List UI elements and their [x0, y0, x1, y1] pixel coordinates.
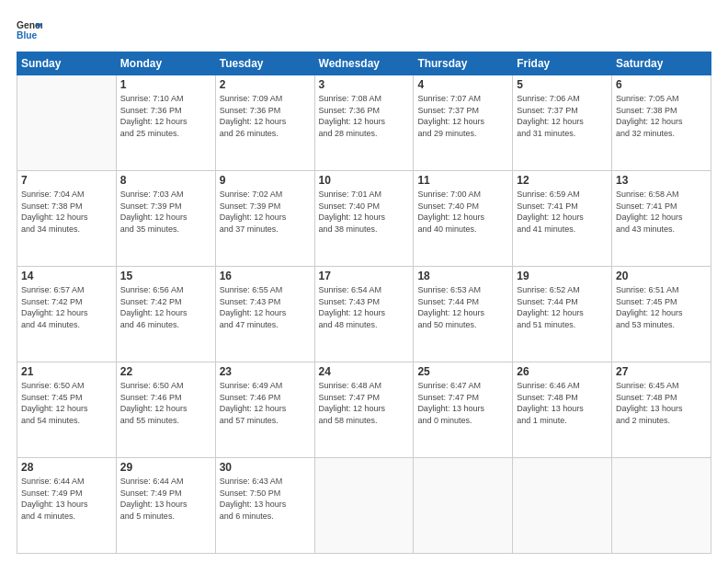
day-cell: 16Sunrise: 6:55 AM Sunset: 7:43 PM Dayli… [215, 267, 314, 362]
day-number: 30 [220, 461, 311, 474]
weekday-cell: Tuesday [215, 52, 314, 75]
day-info: Sunrise: 6:43 AM Sunset: 7:50 PM Dayligh… [220, 476, 311, 522]
day-number: 28 [21, 461, 112, 474]
weekday-cell: Saturday [612, 52, 711, 75]
day-number: 22 [120, 365, 211, 378]
day-cell: 28Sunrise: 6:44 AM Sunset: 7:49 PM Dayli… [17, 458, 117, 554]
day-number: 14 [21, 270, 112, 282]
weekday-cell: Monday [116, 52, 215, 75]
day-cell: 21Sunrise: 6:50 AM Sunset: 7:45 PM Dayli… [17, 362, 117, 458]
day-cell: 9Sunrise: 7:02 AM Sunset: 7:39 PM Daylig… [215, 171, 314, 267]
day-cell [17, 75, 117, 171]
day-info: Sunrise: 6:58 AM Sunset: 7:41 PM Dayligh… [616, 189, 707, 235]
day-info: Sunrise: 7:08 AM Sunset: 7:36 PM Dayligh… [319, 93, 410, 139]
calendar-body: 1Sunrise: 7:10 AM Sunset: 7:36 PM Daylig… [17, 75, 711, 554]
calendar-table: SundayMondayTuesdayWednesdayThursdayFrid… [17, 52, 711, 554]
day-number: 9 [220, 174, 311, 187]
day-info: Sunrise: 6:59 AM Sunset: 7:41 PM Dayligh… [517, 189, 608, 235]
day-cell: 23Sunrise: 6:49 AM Sunset: 7:46 PM Dayli… [215, 362, 314, 458]
day-info: Sunrise: 7:01 AM Sunset: 7:40 PM Dayligh… [319, 189, 410, 235]
day-cell: 25Sunrise: 6:47 AM Sunset: 7:47 PM Dayli… [414, 362, 513, 458]
day-info: Sunrise: 7:03 AM Sunset: 7:39 PM Dayligh… [120, 189, 211, 235]
weekday-header: SundayMondayTuesdayWednesdayThursdayFrid… [17, 52, 711, 75]
day-number: 26 [517, 365, 608, 378]
day-info: Sunrise: 6:53 AM Sunset: 7:44 PM Dayligh… [417, 284, 508, 330]
svg-text:Blue: Blue [17, 30, 38, 40]
day-cell [414, 458, 513, 554]
day-cell: 12Sunrise: 6:59 AM Sunset: 7:41 PM Dayli… [513, 171, 612, 267]
week-row: 21Sunrise: 6:50 AM Sunset: 7:45 PM Dayli… [17, 362, 711, 458]
day-info: Sunrise: 7:05 AM Sunset: 7:38 PM Dayligh… [616, 93, 707, 139]
day-number: 3 [319, 78, 410, 91]
weekday-cell: Wednesday [314, 52, 414, 75]
day-cell: 15Sunrise: 6:56 AM Sunset: 7:42 PM Dayli… [116, 267, 215, 362]
day-info: Sunrise: 6:51 AM Sunset: 7:45 PM Dayligh… [616, 284, 707, 330]
logo: General Blue [17, 17, 42, 42]
day-cell: 27Sunrise: 6:45 AM Sunset: 7:48 PM Dayli… [612, 362, 711, 458]
logo-icon: General Blue [17, 17, 42, 42]
day-cell [314, 458, 414, 554]
day-number: 10 [319, 174, 410, 187]
day-info: Sunrise: 7:07 AM Sunset: 7:37 PM Dayligh… [417, 93, 508, 139]
day-number: 19 [517, 270, 608, 282]
day-number: 6 [616, 78, 707, 91]
day-cell: 10Sunrise: 7:01 AM Sunset: 7:40 PM Dayli… [314, 171, 414, 267]
day-number: 27 [616, 365, 707, 378]
day-info: Sunrise: 6:50 AM Sunset: 7:46 PM Dayligh… [120, 380, 211, 426]
day-number: 15 [120, 270, 211, 282]
day-number: 25 [417, 365, 508, 378]
header: General Blue [17, 17, 711, 42]
day-number: 18 [417, 270, 508, 282]
day-number: 21 [21, 365, 112, 378]
day-number: 13 [616, 174, 707, 187]
day-info: Sunrise: 6:54 AM Sunset: 7:43 PM Dayligh… [319, 284, 410, 330]
week-row: 1Sunrise: 7:10 AM Sunset: 7:36 PM Daylig… [17, 75, 711, 171]
weekday-cell: Sunday [17, 52, 117, 75]
day-cell: 3Sunrise: 7:08 AM Sunset: 7:36 PM Daylig… [314, 75, 414, 171]
day-number: 20 [616, 270, 707, 282]
day-info: Sunrise: 7:00 AM Sunset: 7:40 PM Dayligh… [417, 189, 508, 235]
weekday-cell: Friday [513, 52, 612, 75]
day-cell: 26Sunrise: 6:46 AM Sunset: 7:48 PM Dayli… [513, 362, 612, 458]
day-number: 4 [417, 78, 508, 91]
day-cell: 6Sunrise: 7:05 AM Sunset: 7:38 PM Daylig… [612, 75, 711, 171]
day-number: 23 [220, 365, 311, 378]
day-cell: 1Sunrise: 7:10 AM Sunset: 7:36 PM Daylig… [116, 75, 215, 171]
day-info: Sunrise: 6:50 AM Sunset: 7:45 PM Dayligh… [21, 380, 112, 426]
day-number: 8 [120, 174, 211, 187]
week-row: 28Sunrise: 6:44 AM Sunset: 7:49 PM Dayli… [17, 458, 711, 554]
day-cell: 2Sunrise: 7:09 AM Sunset: 7:36 PM Daylig… [215, 75, 314, 171]
day-info: Sunrise: 6:55 AM Sunset: 7:43 PM Dayligh… [220, 284, 311, 330]
day-cell: 17Sunrise: 6:54 AM Sunset: 7:43 PM Dayli… [314, 267, 414, 362]
day-number: 2 [220, 78, 311, 91]
day-cell: 29Sunrise: 6:44 AM Sunset: 7:49 PM Dayli… [116, 458, 215, 554]
day-cell: 13Sunrise: 6:58 AM Sunset: 7:41 PM Dayli… [612, 171, 711, 267]
day-cell: 5Sunrise: 7:06 AM Sunset: 7:37 PM Daylig… [513, 75, 612, 171]
day-number: 5 [517, 78, 608, 91]
day-cell: 7Sunrise: 7:04 AM Sunset: 7:38 PM Daylig… [17, 171, 117, 267]
day-info: Sunrise: 7:04 AM Sunset: 7:38 PM Dayligh… [21, 189, 112, 235]
day-info: Sunrise: 7:06 AM Sunset: 7:37 PM Dayligh… [517, 93, 608, 139]
day-info: Sunrise: 7:09 AM Sunset: 7:36 PM Dayligh… [220, 93, 311, 139]
weekday-cell: Thursday [414, 52, 513, 75]
day-cell: 30Sunrise: 6:43 AM Sunset: 7:50 PM Dayli… [215, 458, 314, 554]
day-cell: 11Sunrise: 7:00 AM Sunset: 7:40 PM Dayli… [414, 171, 513, 267]
day-number: 24 [319, 365, 410, 378]
day-number: 7 [21, 174, 112, 187]
day-cell: 14Sunrise: 6:57 AM Sunset: 7:42 PM Dayli… [17, 267, 117, 362]
day-info: Sunrise: 6:44 AM Sunset: 7:49 PM Dayligh… [21, 476, 112, 522]
day-cell [513, 458, 612, 554]
day-info: Sunrise: 6:44 AM Sunset: 7:49 PM Dayligh… [120, 476, 211, 522]
page: General Blue SundayMondayTuesdayWednesda… [0, 0, 728, 563]
day-info: Sunrise: 6:45 AM Sunset: 7:48 PM Dayligh… [616, 380, 707, 426]
day-cell: 20Sunrise: 6:51 AM Sunset: 7:45 PM Dayli… [612, 267, 711, 362]
day-info: Sunrise: 6:56 AM Sunset: 7:42 PM Dayligh… [120, 284, 211, 330]
day-number: 16 [220, 270, 311, 282]
day-info: Sunrise: 7:10 AM Sunset: 7:36 PM Dayligh… [120, 93, 211, 139]
day-number: 11 [417, 174, 508, 187]
day-info: Sunrise: 6:48 AM Sunset: 7:47 PM Dayligh… [319, 380, 410, 426]
day-info: Sunrise: 6:49 AM Sunset: 7:46 PM Dayligh… [220, 380, 311, 426]
day-cell: 8Sunrise: 7:03 AM Sunset: 7:39 PM Daylig… [116, 171, 215, 267]
day-info: Sunrise: 6:46 AM Sunset: 7:48 PM Dayligh… [517, 380, 608, 426]
week-row: 14Sunrise: 6:57 AM Sunset: 7:42 PM Dayli… [17, 267, 711, 362]
